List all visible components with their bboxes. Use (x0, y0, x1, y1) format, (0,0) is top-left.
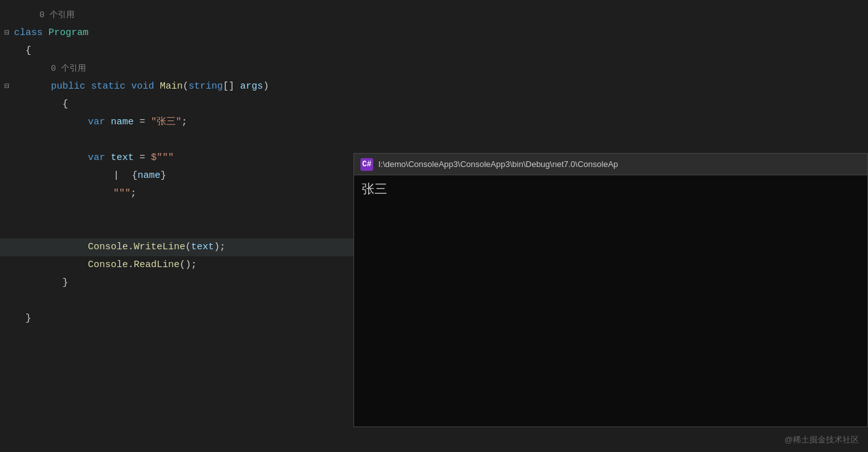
class-declaration-code: class Program (14, 25, 868, 41)
class-name: Program (48, 25, 89, 41)
console1: Console (88, 239, 128, 256)
interp-name: name (138, 168, 160, 184)
method-brace-close-char: } (62, 275, 68, 291)
paren-open: ( (183, 78, 189, 95)
writeline-method: WriteLine (134, 239, 185, 256)
brackets: [] (223, 78, 240, 95)
console2: Console (88, 257, 128, 273)
console-title: I:\demo\ConsoleApp3\ConsoleApp3\bin\Debu… (378, 159, 618, 169)
dot1: . (128, 239, 134, 256)
csharp-icon: C# (360, 158, 373, 171)
string-zhangsan: "张三" (151, 114, 181, 131)
method-declaration-code: public static void Main ( string [] args… (25, 78, 868, 95)
code-editor: 0 个引用 ⊟ class Program { 0 个引用 ⊟ public s… (0, 0, 868, 452)
brace-name-close: } (160, 168, 166, 184)
watermark: @稀土掘金技术社区 (785, 434, 859, 446)
class-ref-hint: 0 个引用 (14, 6, 75, 24)
method-brace-open-line: { (0, 96, 868, 113)
var-name-line: var name = "张三" ; (0, 113, 868, 131)
blank-line-1 (0, 131, 868, 149)
kw-public: public (51, 78, 91, 95)
kw-class: class (14, 25, 48, 41)
class-brace-open: { (25, 43, 868, 59)
brace-open-char: { (25, 43, 31, 59)
console-window[interactable]: C# I:\demo\ConsoleApp3\ConsoleApp3\bin\D… (353, 153, 868, 427)
var-name-code: var name = "张三" ; (37, 114, 868, 131)
console-body: 张三 (354, 175, 867, 426)
paren-wl-close: ); (214, 239, 225, 256)
method-brace-open: { (37, 96, 868, 113)
fold-method-icon[interactable]: ⊟ (0, 80, 14, 94)
triple-quote-chars: """ (113, 186, 131, 202)
hint-method: 0 个引用 (0, 60, 868, 78)
dollar-sign: $""" (151, 150, 174, 166)
fold-class-icon[interactable]: ⊟ (0, 26, 14, 40)
class-brace-open-line: { (0, 42, 868, 60)
dot2: . (128, 257, 134, 273)
blank1 (37, 132, 868, 149)
paren-close: ) (263, 78, 269, 95)
console-output: 张三 (362, 182, 387, 197)
hint-class: 0 个引用 (0, 6, 868, 24)
method-brace-char: { (62, 96, 68, 113)
kw-string: string (189, 78, 223, 95)
kw-var1: var (88, 114, 111, 131)
pipe-char: | (113, 168, 119, 184)
semi2: ; (131, 186, 136, 202)
paren-rl: (); (180, 257, 197, 273)
var-text-ident: text (111, 150, 134, 166)
kw-static: static (91, 78, 131, 95)
semi1: ; (181, 114, 187, 131)
var-name-ident: name (111, 114, 134, 131)
class-declaration-line: ⊟ class Program (0, 24, 868, 42)
method-name: Main (160, 78, 183, 95)
kw-var2: var (88, 150, 111, 166)
paren-wl-open: ( (185, 239, 191, 256)
method-ref-hint: 0 个引用 (25, 60, 86, 77)
param-args: args (240, 78, 263, 95)
csharp-icon-label: C# (362, 160, 371, 169)
writeline-arg: text (191, 239, 214, 256)
class-brace-close-char: } (25, 310, 31, 327)
method-declaration-line: ⊟ public static void Main ( string [] ar… (0, 78, 868, 96)
assign2: = (134, 150, 151, 166)
brace-name: { (132, 168, 138, 184)
console-titlebar: C# I:\demo\ConsoleApp3\ConsoleApp3\bin\D… (354, 154, 867, 175)
kw-void: void (131, 78, 160, 95)
assign1: = (134, 114, 151, 131)
readline-method: ReadLine (134, 257, 180, 273)
